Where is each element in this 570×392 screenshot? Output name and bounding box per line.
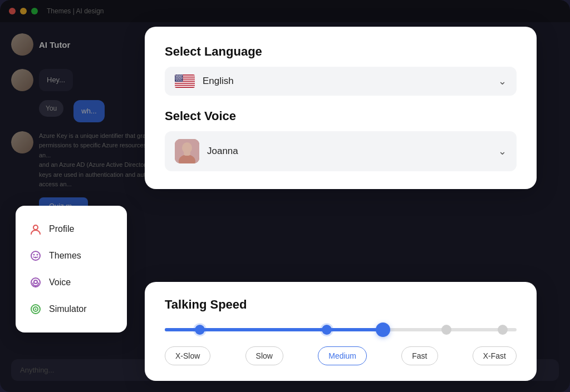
svg-point-10 — [35, 309, 37, 310]
simulator-label: Simulator — [49, 304, 87, 314]
menu-item-profile[interactable]: Profile — [24, 217, 118, 241]
speed-btn-medium[interactable]: Medium — [318, 346, 367, 365]
svg-point-52 — [181, 80, 182, 81]
svg-point-50 — [180, 80, 180, 81]
profile-label: Profile — [49, 224, 74, 234]
svg-point-49 — [179, 80, 179, 80]
slider-thumb-main[interactable] — [376, 322, 390, 337]
svg-point-3 — [37, 254, 38, 256]
palette-icon — [29, 249, 42, 262]
voice-selector[interactable]: Joanna ⌄ — [165, 131, 517, 171]
svg-point-34 — [180, 76, 181, 77]
svg-point-38 — [177, 77, 178, 78]
simulator-icon — [29, 302, 42, 316]
svg-point-36 — [175, 77, 176, 78]
svg-point-2 — [33, 254, 35, 256]
voice-chevron-icon: ⌄ — [498, 145, 507, 157]
slider-thumb-right2[interactable] — [498, 325, 508, 335]
voice-label: Voice — [49, 277, 71, 287]
person-icon — [29, 222, 42, 236]
svg-rect-16 — [175, 84, 195, 85]
svg-point-51 — [180, 80, 181, 80]
svg-point-48 — [178, 80, 179, 81]
svg-point-31 — [178, 77, 179, 77]
svg-point-42 — [180, 77, 180, 78]
svg-point-45 — [175, 80, 176, 80]
svg-point-37 — [176, 78, 176, 79]
slider-thumb-right1[interactable] — [441, 325, 451, 335]
svg-point-46 — [176, 80, 177, 81]
svg-rect-15 — [175, 82, 195, 83]
voice-value-row: Joanna — [175, 139, 238, 163]
menu-item-simulator[interactable]: Simulator — [24, 297, 118, 321]
svg-point-39 — [178, 78, 178, 79]
svg-point-24 — [179, 76, 180, 76]
svg-point-44 — [181, 77, 182, 78]
speed-btn-xfast[interactable]: X-Fast — [473, 346, 517, 365]
speed-slider[interactable] — [165, 324, 517, 335]
svg-point-35 — [181, 77, 182, 77]
svg-point-28 — [175, 76, 176, 77]
speed-btn-slow[interactable]: Slow — [245, 346, 283, 365]
svg-point-40 — [179, 77, 179, 78]
svg-point-27 — [181, 75, 182, 76]
speed-btn-fast[interactable]: Fast — [401, 346, 438, 365]
speed-title: Talking Speed — [165, 297, 517, 312]
language-voice-card: Select Language — [145, 27, 537, 189]
svg-point-19 — [175, 75, 176, 76]
svg-rect-17 — [175, 86, 195, 87]
svg-point-26 — [181, 76, 181, 76]
voice-value: Joanna — [207, 146, 238, 157]
slider-thumb-2[interactable] — [322, 325, 332, 335]
svg-point-30 — [177, 76, 178, 77]
voice-avatar — [175, 139, 199, 163]
svg-rect-6 — [34, 280, 37, 284]
speed-card: Talking Speed X-Slow Slow Medium Fast X-… — [145, 282, 537, 381]
menu-item-voice[interactable]: Voice — [24, 270, 118, 295]
speed-buttons: X-Slow Slow Medium Fast X-Fast — [165, 346, 517, 365]
menu-item-themes[interactable]: Themes — [24, 244, 118, 268]
svg-point-43 — [181, 78, 181, 79]
svg-rect-56 — [184, 151, 190, 156]
language-value-row: English — [175, 75, 234, 88]
speed-btn-xslow[interactable]: X-Slow — [165, 346, 210, 365]
svg-point-25 — [180, 75, 180, 76]
svg-point-1 — [31, 251, 40, 260]
themes-label: Themes — [49, 251, 81, 261]
svg-point-41 — [179, 78, 180, 79]
select-voice-title: Select Voice — [165, 109, 517, 123]
svg-point-32 — [179, 76, 179, 77]
svg-point-21 — [177, 75, 178, 76]
svg-point-0 — [33, 225, 38, 230]
svg-point-29 — [176, 77, 177, 77]
language-chevron-icon: ⌄ — [498, 75, 507, 87]
select-language-title: Select Language — [165, 44, 517, 59]
us-flag-icon — [175, 75, 195, 88]
svg-point-23 — [179, 75, 179, 76]
svg-point-47 — [177, 80, 178, 80]
svg-point-20 — [176, 76, 176, 76]
menu-card: Profile Themes Voice — [16, 206, 127, 333]
language-value: English — [203, 76, 234, 87]
svg-point-22 — [178, 76, 178, 76]
microphone-icon — [29, 276, 42, 289]
slider-thumb-1[interactable] — [195, 325, 205, 335]
language-selector[interactable]: English ⌄ — [165, 67, 517, 96]
svg-point-33 — [180, 77, 180, 77]
